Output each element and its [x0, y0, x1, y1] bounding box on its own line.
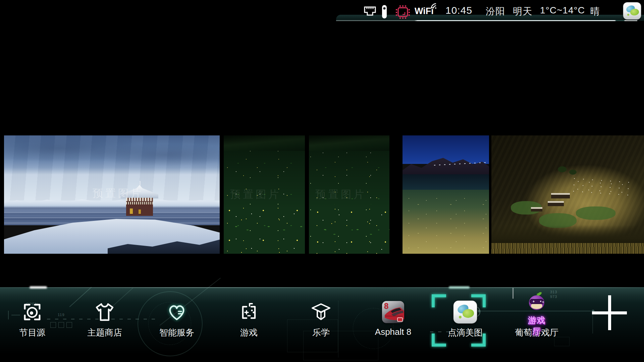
grape-character-icon: +	[529, 295, 544, 310]
dock-item-grape-arcade[interactable]: + 游戏厅 葡萄游戏厅	[506, 300, 567, 339]
dock-item-learning[interactable]: 乐学	[291, 300, 351, 339]
grape-arcade-app-icon: + 游戏厅	[525, 300, 549, 324]
dock-item-games[interactable]: 游戏	[219, 300, 279, 339]
focus-corner-icon	[471, 294, 486, 307]
photo-flower-meadow-1[interactable]: 预置图片	[224, 135, 305, 254]
focus-corner-icon	[471, 334, 486, 347]
add-app-button[interactable]	[591, 295, 628, 331]
status-bar-underline	[336, 20, 637, 21]
dock-item-smart-services[interactable]: 智能服务	[147, 300, 207, 339]
dock-item-label: 智能服务	[147, 327, 207, 339]
dock-edge-glow	[30, 286, 47, 289]
focus-corner-icon	[432, 334, 446, 347]
tv-launcher-screen: WiFi 10:45 汾阳 明天 1°C~14°C 晴 预置图片	[0, 0, 644, 362]
dock-item-label: 节目源	[2, 327, 62, 339]
grape-arcade-logo-text: 游戏厅	[525, 315, 549, 337]
clock: 10:45	[445, 5, 472, 16]
asphalt8-badge: 8	[384, 301, 388, 311]
asphalt8-app-icon: 8	[382, 301, 404, 323]
wifi-indicator: WiFi	[415, 6, 434, 16]
dock-item-asphalt8[interactable]: 8 Asphalt 8	[363, 300, 423, 337]
meitu-corner-logo-icon	[623, 2, 641, 19]
remote-icon	[381, 4, 388, 19]
chip-icon	[395, 5, 411, 19]
dock-item-program-source[interactable]: 节目源	[2, 300, 62, 339]
photo-snow-monastery[interactable]: 预置图片	[4, 135, 220, 254]
photo-valley-farm[interactable]	[491, 135, 644, 254]
focus-corner-icon	[432, 294, 446, 307]
preset-image-watermark: 预置图片	[315, 187, 366, 201]
weather-condition: 晴	[590, 5, 600, 18]
preset-image-watermark: 预置图片	[230, 187, 281, 201]
heart-service-icon	[166, 301, 187, 323]
dock-edge-glow	[449, 286, 470, 289]
preset-image-watermark: 预置图片	[93, 186, 144, 200]
dock-item-label: 游戏	[219, 327, 279, 339]
weather-temp-range: 1°C~14°C	[540, 5, 585, 16]
weather-city: 汾阳	[486, 5, 505, 18]
weather-day: 明天	[513, 5, 532, 18]
dock-item-label: 乐学	[291, 327, 351, 339]
gamepad-icon	[238, 301, 260, 323]
gameloft-logo-icon	[397, 317, 403, 322]
wifi-signal-icon	[430, 3, 438, 9]
focus-selection-frame	[432, 294, 486, 347]
dock-item-label: 主题商店	[74, 327, 135, 339]
dock-item-label: Asphalt 8	[363, 327, 423, 337]
graduation-cube-icon	[310, 301, 332, 323]
dock-item-theme-store[interactable]: 主题商店	[74, 300, 135, 339]
program-source-icon	[21, 301, 43, 323]
ethernet-icon	[363, 6, 377, 17]
tshirt-icon	[94, 301, 115, 323]
photo-flower-meadow-2[interactable]: 预置图片	[309, 135, 389, 254]
photo-mountain-lake[interactable]	[402, 135, 489, 254]
